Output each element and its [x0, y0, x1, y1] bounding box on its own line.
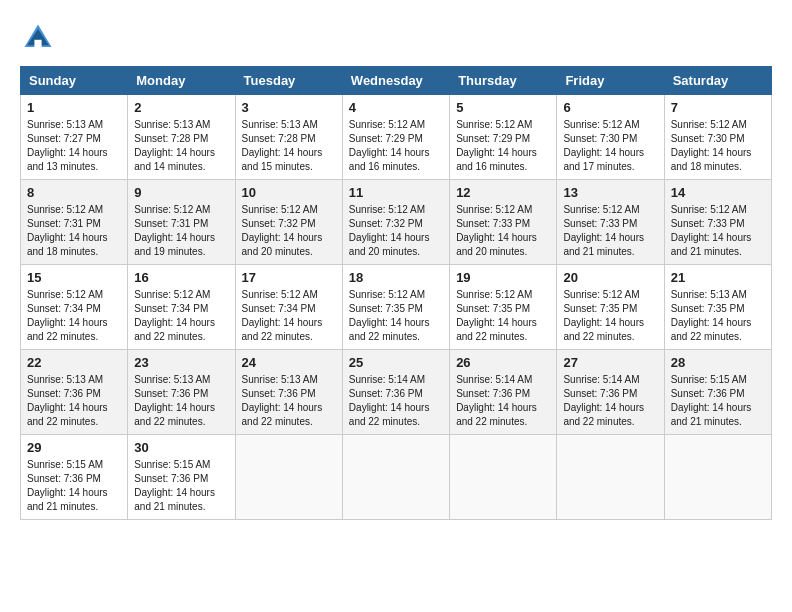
- sunrise-label: Sunrise: 5:12 AM: [349, 204, 425, 215]
- calendar-cell: 2 Sunrise: 5:13 AM Sunset: 7:28 PM Dayli…: [128, 95, 235, 180]
- calendar-cell: 26 Sunrise: 5:14 AM Sunset: 7:36 PM Dayl…: [450, 350, 557, 435]
- daylight-label: Daylight: 14 hours and 22 minutes.: [242, 402, 323, 427]
- cell-content: Sunrise: 5:12 AM Sunset: 7:35 PM Dayligh…: [456, 288, 550, 344]
- sunrise-label: Sunrise: 5:14 AM: [563, 374, 639, 385]
- calendar-cell: [664, 435, 771, 520]
- sunrise-label: Sunrise: 5:12 AM: [242, 204, 318, 215]
- cell-content: Sunrise: 5:15 AM Sunset: 7:36 PM Dayligh…: [27, 458, 121, 514]
- calendar-cell: 30 Sunrise: 5:15 AM Sunset: 7:36 PM Dayl…: [128, 435, 235, 520]
- cell-content: Sunrise: 5:13 AM Sunset: 7:28 PM Dayligh…: [242, 118, 336, 174]
- header-day-monday: Monday: [128, 67, 235, 95]
- calendar-cell: 12 Sunrise: 5:12 AM Sunset: 7:33 PM Dayl…: [450, 180, 557, 265]
- sunset-label: Sunset: 7:33 PM: [563, 218, 637, 229]
- day-number: 22: [27, 355, 121, 370]
- sunrise-label: Sunrise: 5:15 AM: [27, 459, 103, 470]
- sunset-label: Sunset: 7:34 PM: [242, 303, 316, 314]
- daylight-label: Daylight: 14 hours and 18 minutes.: [27, 232, 108, 257]
- calendar-cell: [235, 435, 342, 520]
- sunrise-label: Sunrise: 5:12 AM: [456, 289, 532, 300]
- cell-content: Sunrise: 5:13 AM Sunset: 7:35 PM Dayligh…: [671, 288, 765, 344]
- sunset-label: Sunset: 7:34 PM: [134, 303, 208, 314]
- sunrise-label: Sunrise: 5:12 AM: [671, 204, 747, 215]
- sunrise-label: Sunrise: 5:14 AM: [349, 374, 425, 385]
- sunrise-label: Sunrise: 5:12 AM: [242, 289, 318, 300]
- calendar-cell: 28 Sunrise: 5:15 AM Sunset: 7:36 PM Dayl…: [664, 350, 771, 435]
- day-number: 21: [671, 270, 765, 285]
- cell-content: Sunrise: 5:12 AM Sunset: 7:33 PM Dayligh…: [671, 203, 765, 259]
- sunset-label: Sunset: 7:28 PM: [242, 133, 316, 144]
- sunset-label: Sunset: 7:28 PM: [134, 133, 208, 144]
- daylight-label: Daylight: 14 hours and 20 minutes.: [242, 232, 323, 257]
- sunrise-label: Sunrise: 5:12 AM: [27, 204, 103, 215]
- sunrise-label: Sunrise: 5:13 AM: [27, 119, 103, 130]
- day-number: 11: [349, 185, 443, 200]
- daylight-label: Daylight: 14 hours and 15 minutes.: [242, 147, 323, 172]
- cell-content: Sunrise: 5:12 AM Sunset: 7:30 PM Dayligh…: [671, 118, 765, 174]
- day-number: 2: [134, 100, 228, 115]
- calendar-cell: 6 Sunrise: 5:12 AM Sunset: 7:30 PM Dayli…: [557, 95, 664, 180]
- sunset-label: Sunset: 7:35 PM: [349, 303, 423, 314]
- calendar-cell: 11 Sunrise: 5:12 AM Sunset: 7:32 PM Dayl…: [342, 180, 449, 265]
- cell-content: Sunrise: 5:12 AM Sunset: 7:32 PM Dayligh…: [242, 203, 336, 259]
- calendar-week-row: 1 Sunrise: 5:13 AM Sunset: 7:27 PM Dayli…: [21, 95, 772, 180]
- calendar-cell: 27 Sunrise: 5:14 AM Sunset: 7:36 PM Dayl…: [557, 350, 664, 435]
- daylight-label: Daylight: 14 hours and 21 minutes.: [134, 487, 215, 512]
- day-number: 24: [242, 355, 336, 370]
- sunrise-label: Sunrise: 5:12 AM: [134, 289, 210, 300]
- calendar-cell: 24 Sunrise: 5:13 AM Sunset: 7:36 PM Dayl…: [235, 350, 342, 435]
- calendar-cell: 5 Sunrise: 5:12 AM Sunset: 7:29 PM Dayli…: [450, 95, 557, 180]
- day-number: 17: [242, 270, 336, 285]
- daylight-label: Daylight: 14 hours and 22 minutes.: [242, 317, 323, 342]
- calendar-cell: 29 Sunrise: 5:15 AM Sunset: 7:36 PM Dayl…: [21, 435, 128, 520]
- day-number: 16: [134, 270, 228, 285]
- daylight-label: Daylight: 14 hours and 22 minutes.: [349, 317, 430, 342]
- calendar-header-row: SundayMondayTuesdayWednesdayThursdayFrid…: [21, 67, 772, 95]
- daylight-label: Daylight: 14 hours and 13 minutes.: [27, 147, 108, 172]
- cell-content: Sunrise: 5:12 AM Sunset: 7:35 PM Dayligh…: [563, 288, 657, 344]
- daylight-label: Daylight: 14 hours and 21 minutes.: [27, 487, 108, 512]
- cell-content: Sunrise: 5:12 AM Sunset: 7:33 PM Dayligh…: [456, 203, 550, 259]
- sunset-label: Sunset: 7:30 PM: [563, 133, 637, 144]
- cell-content: Sunrise: 5:12 AM Sunset: 7:34 PM Dayligh…: [242, 288, 336, 344]
- daylight-label: Daylight: 14 hours and 17 minutes.: [563, 147, 644, 172]
- day-number: 29: [27, 440, 121, 455]
- sunrise-label: Sunrise: 5:13 AM: [134, 119, 210, 130]
- sunset-label: Sunset: 7:33 PM: [456, 218, 530, 229]
- daylight-label: Daylight: 14 hours and 22 minutes.: [456, 402, 537, 427]
- calendar-week-row: 29 Sunrise: 5:15 AM Sunset: 7:36 PM Dayl…: [21, 435, 772, 520]
- calendar-cell: [450, 435, 557, 520]
- daylight-label: Daylight: 14 hours and 20 minutes.: [456, 232, 537, 257]
- sunrise-label: Sunrise: 5:12 AM: [349, 289, 425, 300]
- calendar-cell: 1 Sunrise: 5:13 AM Sunset: 7:27 PM Dayli…: [21, 95, 128, 180]
- sunrise-label: Sunrise: 5:12 AM: [563, 119, 639, 130]
- day-number: 13: [563, 185, 657, 200]
- header-day-friday: Friday: [557, 67, 664, 95]
- daylight-label: Daylight: 14 hours and 22 minutes.: [27, 317, 108, 342]
- sunset-label: Sunset: 7:35 PM: [671, 303, 745, 314]
- sunset-label: Sunset: 7:36 PM: [134, 473, 208, 484]
- calendar-cell: [342, 435, 449, 520]
- calendar-cell: 9 Sunrise: 5:12 AM Sunset: 7:31 PM Dayli…: [128, 180, 235, 265]
- calendar-cell: 7 Sunrise: 5:12 AM Sunset: 7:30 PM Dayli…: [664, 95, 771, 180]
- sunset-label: Sunset: 7:36 PM: [456, 388, 530, 399]
- sunset-label: Sunset: 7:29 PM: [456, 133, 530, 144]
- daylight-label: Daylight: 14 hours and 18 minutes.: [671, 147, 752, 172]
- sunset-label: Sunset: 7:36 PM: [563, 388, 637, 399]
- day-number: 9: [134, 185, 228, 200]
- sunrise-label: Sunrise: 5:13 AM: [134, 374, 210, 385]
- day-number: 30: [134, 440, 228, 455]
- daylight-label: Daylight: 14 hours and 21 minutes.: [563, 232, 644, 257]
- day-number: 1: [27, 100, 121, 115]
- daylight-label: Daylight: 14 hours and 22 minutes.: [456, 317, 537, 342]
- daylight-label: Daylight: 14 hours and 20 minutes.: [349, 232, 430, 257]
- day-number: 15: [27, 270, 121, 285]
- sunset-label: Sunset: 7:36 PM: [242, 388, 316, 399]
- day-number: 3: [242, 100, 336, 115]
- day-number: 20: [563, 270, 657, 285]
- sunrise-label: Sunrise: 5:12 AM: [456, 204, 532, 215]
- day-number: 7: [671, 100, 765, 115]
- calendar-cell: 19 Sunrise: 5:12 AM Sunset: 7:35 PM Dayl…: [450, 265, 557, 350]
- cell-content: Sunrise: 5:12 AM Sunset: 7:31 PM Dayligh…: [134, 203, 228, 259]
- sunrise-label: Sunrise: 5:13 AM: [242, 119, 318, 130]
- sunset-label: Sunset: 7:36 PM: [27, 388, 101, 399]
